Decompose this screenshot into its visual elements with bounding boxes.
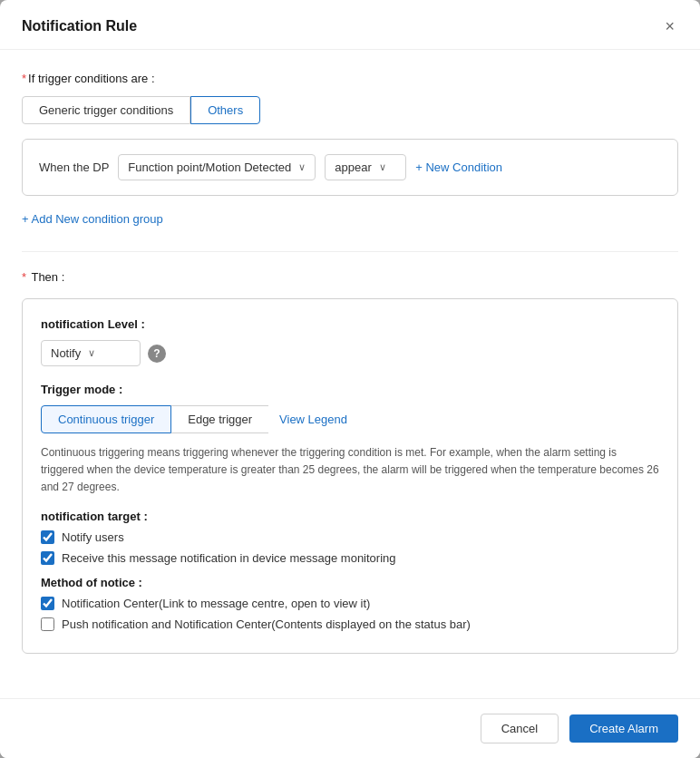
dp-select[interactable]: Function point/Motion Detected ∨ (118, 154, 316, 180)
notification-rule-modal: Notification Rule × *If trigger conditio… (0, 0, 700, 758)
edge-trigger-tab[interactable]: Edge trigger (171, 405, 268, 433)
notify-select-chevron: ∨ (88, 347, 95, 359)
then-required-star: * (22, 270, 26, 284)
notification-level-label: notification Level : (41, 317, 659, 331)
create-alarm-button[interactable]: Create Alarm (569, 714, 678, 743)
modal-footer: Cancel Create Alarm (0, 698, 700, 758)
add-group-button[interactable]: + Add New condition group (22, 205, 163, 233)
trigger-mode-tab-group: Continuous trigger Edge trigger View Leg… (41, 405, 659, 433)
receive-message-row: Receive this message notification in dev… (41, 551, 659, 565)
dp-chevron: ∨ (298, 161, 306, 173)
notify-users-row: Notify users (41, 530, 659, 544)
section-divider (22, 251, 678, 252)
trigger-mode-section: Trigger mode : Continuous trigger Edge t… (41, 383, 659, 497)
condition-box: When the DP Function point/Motion Detect… (22, 139, 678, 196)
help-icon[interactable]: ? (148, 345, 166, 363)
method-of-notice-section: Method of notice : Notification Center(L… (41, 576, 659, 631)
when-dp-label: When the DP (39, 160, 109, 174)
notif-center-checkbox[interactable] (41, 597, 54, 610)
notify-select[interactable]: Notify ∨ (41, 340, 141, 366)
appear-chevron: ∨ (379, 161, 386, 173)
then-box: notification Level : Notify ∨ ? Trigger … (22, 298, 678, 654)
trigger-conditions-section: *If trigger conditions are : Generic tri… (22, 72, 678, 124)
notify-users-checkbox[interactable] (41, 530, 54, 544)
condition-row: When the DP Function point/Motion Detect… (39, 154, 661, 180)
required-star: * (22, 72, 26, 85)
tab-others[interactable]: Others (190, 96, 260, 124)
notification-target-label: notification target : (41, 510, 659, 523)
push-notif-checkbox[interactable] (41, 617, 54, 631)
modal-header: Notification Rule × (0, 0, 700, 50)
trigger-description: Continuous triggering means triggering w… (41, 444, 659, 497)
then-label: * Then : (22, 270, 678, 284)
notification-level-section: notification Level : Notify ∨ ? (41, 317, 659, 366)
trigger-mode-label: Trigger mode : (41, 383, 659, 396)
receive-message-checkbox[interactable] (41, 551, 54, 565)
modal-title: Notification Rule (22, 18, 137, 34)
notif-center-label: Notification Center(Link to message cent… (62, 597, 370, 610)
cancel-button[interactable]: Cancel (481, 714, 559, 743)
modal-body: *If trigger conditions are : Generic tri… (0, 50, 700, 698)
notify-row: Notify ∨ ? (41, 340, 659, 366)
notification-target-section: notification target : Notify users Recei… (41, 510, 659, 565)
notify-select-value: Notify (51, 346, 81, 360)
tab-generic-trigger[interactable]: Generic trigger conditions (22, 96, 190, 124)
then-section: * Then : notification Level : Notify ∨ ? (22, 270, 678, 654)
notif-center-row: Notification Center(Link to message cent… (41, 597, 659, 610)
continuous-trigger-tab[interactable]: Continuous trigger (41, 405, 171, 433)
push-notif-label: Push notification and Notification Cente… (62, 617, 471, 631)
close-button[interactable]: × (661, 16, 678, 36)
push-notif-row: Push notification and Notification Cente… (41, 617, 659, 631)
appear-value: appear (335, 160, 371, 174)
add-condition-button[interactable]: + New Condition (415, 157, 502, 178)
receive-message-label: Receive this message notification in dev… (62, 551, 396, 565)
view-legend-button[interactable]: View Legend (279, 413, 347, 426)
trigger-section-label: *If trigger conditions are : (22, 72, 678, 85)
method-label: Method of notice : (41, 576, 659, 589)
trigger-tab-group: Generic trigger conditions Others (22, 96, 678, 124)
dp-select-value: Function point/Motion Detected (128, 160, 291, 174)
notify-users-label: Notify users (62, 530, 124, 544)
appear-select[interactable]: appear ∨ (325, 154, 406, 180)
